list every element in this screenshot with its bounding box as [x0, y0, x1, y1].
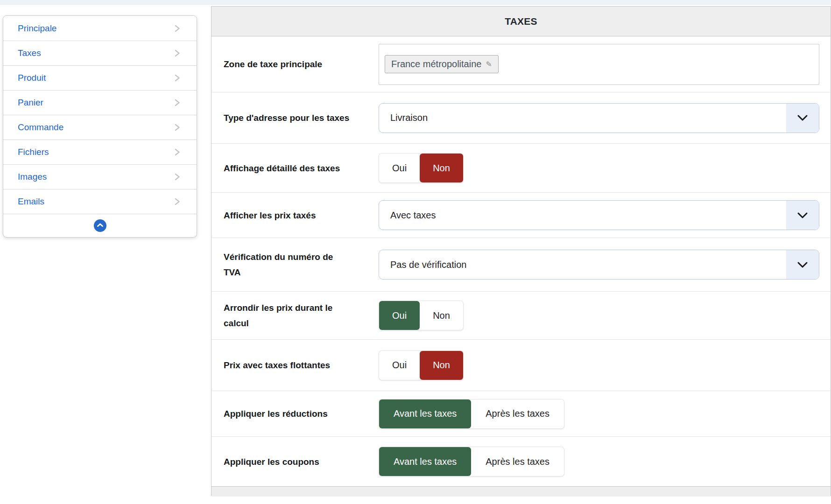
sidebar-item-label: Produit — [18, 73, 46, 83]
chevron-right-icon — [174, 123, 181, 132]
toggle-option-after-taxes[interactable]: Après les taxes — [471, 447, 564, 476]
form-row-apply-discounts: Appliquer les réductions Avant les taxes… — [211, 391, 831, 437]
sidebar-item-fichiers[interactable]: Fichiers — [3, 140, 197, 164]
vat-check-select[interactable]: Pas de vérification — [379, 250, 819, 280]
toggle-option-before-taxes-selected[interactable]: Avant les taxes — [379, 399, 471, 428]
toggle-option-oui[interactable]: Oui — [379, 351, 420, 380]
round-prices-toggle: Oui Non — [379, 301, 464, 330]
sidebar-item-label: Fichiers — [18, 147, 49, 157]
chevron-right-icon — [174, 173, 181, 181]
chevron-right-icon — [174, 197, 181, 206]
detailed-tax-toggle: Oui Non — [379, 153, 464, 183]
select-value: Avec taxes — [379, 210, 436, 221]
sidebar-item-label: Taxes — [18, 48, 41, 58]
apply-discounts-toggle: Avant les taxes Après les taxes — [379, 399, 564, 429]
chevron-right-icon — [174, 148, 181, 156]
floating-taxes-toggle: Oui Non — [379, 350, 464, 380]
sidebar-item-principale[interactable]: Principale — [3, 16, 197, 41]
field-label: Appliquer les réductions — [224, 406, 379, 421]
form-row-show-taxed-prices: Afficher les prix taxés Avec taxes — [211, 193, 831, 238]
chevron-right-icon — [174, 24, 181, 33]
sidebar-item-produit[interactable]: Produit — [3, 65, 197, 90]
chevron-right-icon — [174, 49, 181, 57]
select-value: Livraison — [379, 112, 428, 123]
toggle-option-oui-selected[interactable]: Oui — [379, 301, 420, 330]
form-row-apply-coupons: Appliquer les coupons Avant les taxes Ap… — [211, 437, 831, 486]
chevron-down-icon — [786, 201, 819, 230]
sidebar-item-images[interactable]: Images — [3, 164, 197, 189]
panel-header: TAXES — [211, 7, 831, 36]
chevron-up-icon — [97, 222, 104, 229]
panel-footer — [211, 486, 831, 497]
chevron-down-icon — [786, 250, 819, 279]
tax-zone-tag[interactable]: France métropolitaine ✎ — [385, 55, 499, 73]
field-label: Afficher les prix taxés — [224, 208, 379, 223]
collapse-menu-button[interactable] — [94, 219, 106, 232]
chevron-right-icon — [174, 74, 181, 82]
toggle-option-non-selected[interactable]: Non — [420, 154, 463, 182]
field-label: Prix avec taxes flottantes — [224, 357, 379, 373]
field-label: Type d'adresse pour les taxes — [224, 110, 379, 126]
settings-sidebar: Principale Taxes Produit Panier Commande… — [3, 15, 197, 238]
sidebar-item-panier[interactable]: Panier — [3, 90, 197, 115]
toggle-option-non-selected[interactable]: Non — [420, 351, 463, 380]
toggle-option-non[interactable]: Non — [420, 301, 463, 330]
toggle-option-oui[interactable]: Oui — [379, 154, 420, 182]
address-type-select[interactable]: Livraison — [379, 103, 819, 133]
sidebar-item-label: Emails — [18, 196, 44, 207]
field-label: Vérification du numéro de TVA — [224, 249, 379, 280]
sidebar-item-label: Principale — [18, 23, 56, 34]
sidebar-item-commande[interactable]: Commande — [3, 115, 197, 140]
tax-zone-input[interactable]: France métropolitaine ✎ — [379, 44, 819, 85]
field-label: Affichage détaillé des taxes — [224, 161, 379, 176]
edit-pencil-icon: ✎ — [486, 61, 492, 68]
sidebar-item-label: Images — [18, 172, 47, 182]
sidebar-item-label: Panier — [18, 98, 43, 108]
page-top-strip — [0, 0, 831, 5]
field-label: Appliquer les coupons — [224, 454, 379, 469]
form-row-detailed-tax-display: Affichage détaillé des taxes Oui Non — [211, 144, 831, 193]
taxed-prices-select[interactable]: Avec taxes — [379, 200, 819, 230]
toggle-option-before-taxes-selected[interactable]: Avant les taxes — [379, 447, 471, 476]
form-row-tax-zone: Zone de taxe principale France métropoli… — [211, 36, 831, 92]
form-row-round-prices: Arrondir les prix durant le calcul Oui N… — [211, 292, 831, 340]
chevron-right-icon — [174, 98, 181, 107]
sidebar-item-taxes[interactable]: Taxes — [3, 41, 197, 65]
field-label: Zone de taxe principale — [224, 56, 379, 72]
apply-coupons-toggle: Avant les taxes Après les taxes — [379, 447, 564, 476]
form-row-vat-check: Vérification du numéro de TVA Pas de vér… — [211, 238, 831, 292]
chevron-down-icon — [786, 104, 819, 133]
sidebar-item-emails[interactable]: Emails — [3, 189, 197, 214]
taxes-settings-panel: TAXES Zone de taxe principale France mét… — [211, 6, 831, 496]
tax-zone-tag-label: France métropolitaine — [391, 59, 481, 70]
field-label: Arrondir les prix durant le calcul — [224, 300, 379, 331]
sidebar-item-label: Commande — [18, 122, 63, 133]
form-row-floating-taxes: Prix avec taxes flottantes Oui Non — [211, 340, 831, 391]
toggle-option-after-taxes[interactable]: Après les taxes — [471, 399, 564, 428]
form-row-address-type: Type d'adresse pour les taxes Livraison — [211, 92, 831, 144]
select-value: Pas de vérification — [379, 259, 466, 270]
panel-title: TAXES — [505, 16, 537, 27]
sidebar-footer — [3, 214, 197, 237]
